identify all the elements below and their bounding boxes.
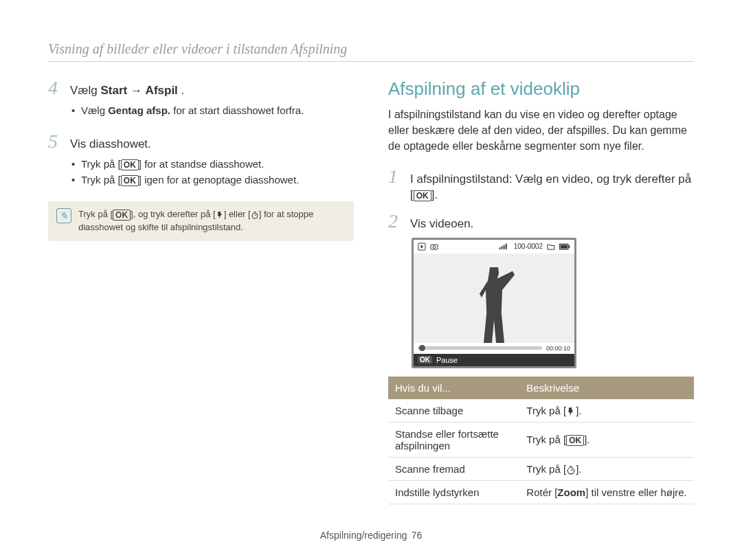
video-progress: 00:00:10 [414, 343, 574, 354]
text: ] til venstre eller højre. [585, 486, 687, 498]
ok-key-icon: OK [566, 435, 584, 446]
text: ]. [431, 188, 438, 201]
step-number: 2 [388, 212, 401, 231]
flash-icon [216, 211, 224, 219]
camera-icon [430, 243, 438, 251]
step-number: 1 [388, 167, 401, 186]
person-silhouette [473, 267, 515, 343]
text: ]. [576, 405, 581, 416]
cell-action: Standse eller fortsætte afspilningen [388, 422, 519, 457]
text: . [178, 84, 184, 97]
note-icon: ✎ [56, 208, 71, 223]
cell-desc: Rotér [Zoom] til venstre eller højre. [519, 481, 694, 504]
step-4-bullets: Vælg Gentag afsp. for at start diasshowe… [71, 103, 354, 119]
table-row: Indstille lydstyrken Rotér [Zoom] til ve… [388, 481, 694, 504]
text: Tryk på [ [526, 463, 566, 475]
step-5-bullets: Tryk på [OK] for at standse diasshowet. … [71, 157, 354, 188]
step-number: 4 [48, 78, 60, 98]
note-box: ✎ Tryk på [OK], og tryk derefter på [] e… [48, 201, 354, 241]
text: Tryk på [ [81, 174, 121, 186]
label-gentag: Gentag afsp. [108, 104, 170, 116]
intro-text: I afspilningstilstand kan du vise en vid… [388, 107, 694, 155]
ok-indicator: OK [418, 356, 432, 363]
text: Vælg [70, 84, 100, 97]
svg-rect-4 [499, 247, 500, 249]
label-afspil: Afspil [146, 84, 178, 97]
cell-action: Indstille lydstyrken [388, 481, 519, 504]
label-start: Start [100, 84, 127, 97]
folder-icon [547, 243, 555, 250]
svg-rect-9 [569, 245, 570, 248]
controls-table: Hvis du vil... Beskrivelse Scanne tilbag… [388, 377, 694, 504]
text: ] eller [ [224, 209, 251, 219]
flash-icon [566, 407, 576, 416]
step-4: 4 Vælg Start → Afspil . [48, 78, 354, 99]
text: for at start diasshowet forfra. [170, 104, 304, 116]
timer-icon [251, 211, 259, 219]
progress-bar [418, 346, 542, 350]
table-row: Scanne fremad Tryk på []. [388, 457, 694, 480]
ok-key-icon: OK [121, 159, 139, 170]
text: Tryk på [ [526, 405, 566, 416]
text: ] for at standse diasshowet. [139, 158, 265, 170]
page-footer: Afspilning/redigering76 [0, 530, 742, 541]
step-text: I afspilningstilstand: Vælg en video, og… [410, 171, 691, 204]
bullet: Tryk på [OK] igen for at genoptage diass… [71, 172, 354, 188]
step-text: Vælg Start → Afspil . [70, 82, 184, 99]
svg-rect-5 [501, 246, 502, 249]
video-body [414, 254, 574, 343]
cell-desc: Tryk på []. [519, 399, 694, 423]
zoom-label: Zoom [557, 486, 585, 498]
text: Tryk på [ [78, 209, 113, 219]
text: Vælg [81, 104, 108, 116]
footer-section: Afspilning/redigering [320, 530, 407, 541]
step-5: 5 Vis diasshowet. [48, 132, 354, 153]
cell-action: Scanne tilbage [388, 399, 519, 423]
signal-icon [499, 243, 510, 250]
timer-icon [566, 465, 576, 475]
cell-action: Scanne fremad [388, 457, 519, 480]
play-mode-icon [418, 243, 426, 251]
text: Tryk på [ [81, 158, 121, 170]
step-text: Vis diasshowet. [70, 136, 151, 153]
footer-page-number: 76 [412, 530, 423, 541]
bullet: Vælg Gentag afsp. for at start diasshowe… [71, 103, 354, 119]
svg-rect-7 [506, 244, 507, 249]
text: ] igen for at genoptage diasshowet. [139, 174, 300, 186]
battery-icon [559, 243, 570, 250]
ok-key-icon: OK [113, 210, 131, 221]
cell-desc: Tryk på []. [519, 457, 694, 480]
ok-key-icon: OK [414, 190, 431, 201]
note-text: Tryk på [OK], og tryk derefter på [] ell… [78, 208, 346, 234]
progress-knob [419, 345, 425, 351]
svg-rect-6 [503, 245, 504, 249]
pause-label: Pause [436, 356, 458, 364]
step-2: 2 Vis videoen. [388, 212, 694, 232]
time-label: 00:00:10 [546, 345, 570, 352]
left-column: 4 Vælg Start → Afspil . Vælg Gentag afsp… [48, 78, 354, 504]
right-column: Afspilning af et videoklip I afspilnings… [388, 78, 694, 504]
step-1: 1 I afspilningstilstand: Vælg en video, … [388, 167, 694, 204]
table-row: Scanne tilbage Tryk på []. [388, 399, 694, 423]
text: I afspilningstilstand: Vælg en video, og… [410, 172, 691, 186]
arrow: → [127, 84, 145, 97]
section-title: Afspilning af et videoklip [388, 78, 694, 100]
step-text: Vis videoen. [410, 216, 473, 232]
counter-label: 100-0002 [514, 243, 543, 250]
svg-rect-10 [561, 245, 567, 248]
bullet: Tryk på [OK] for at standse diasshowet. [71, 157, 354, 172]
text: Tryk på [ [526, 434, 566, 445]
video-preview-frame: 100-0002 00:00:10 OK Pause [412, 238, 576, 368]
table-row: Standse eller fortsætte afspilningen Try… [388, 422, 694, 457]
cell-desc: Tryk på [OK]. [519, 422, 694, 457]
text: Rotér [ [526, 486, 557, 498]
svg-point-3 [433, 245, 436, 248]
th-desc: Beskrivelse [519, 377, 694, 399]
text: ]. [584, 434, 589, 445]
step-number: 5 [48, 132, 60, 151]
text: ], og tryk derefter på [ [131, 209, 216, 219]
breadcrumb: Visning af billeder eller videoer i tils… [48, 41, 694, 62]
video-topbar: 100-0002 [414, 240, 574, 254]
text: ]. [576, 463, 581, 475]
ok-key-icon: OK [121, 175, 139, 186]
